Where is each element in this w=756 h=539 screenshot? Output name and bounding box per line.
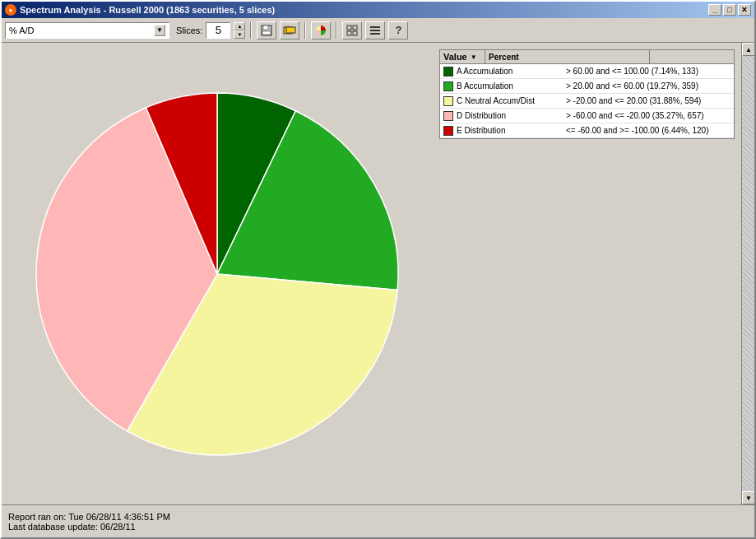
scrollbar-track[interactable] [742,56,754,491]
legend-row-b[interactable]: B Accumulation> 20.00 and <= 60.00 (19.2… [440,79,734,94]
svg-rect-5 [286,27,295,33]
legend-row-d[interactable]: D Distribution> -60.00 and <= -20.00 (35… [440,109,734,123]
legend-header-percent: Percent [485,50,650,63]
app-icon: ● [5,4,16,16]
svg-rect-1 [263,26,268,30]
legend-color-b [443,81,453,91]
svg-rect-8 [347,31,351,35]
legend-label-d: D Distribution [457,111,566,120]
title-buttons: _ □ ✕ [708,4,751,16]
pie-chart [20,77,415,472]
legend-row-a[interactable]: A Accumulation> 60.00 and <= 100.00 (7.1… [440,64,734,79]
close-button[interactable]: ✕ [738,4,751,16]
legend-value-e: <= -60.00 and >= -100.00 (6.44%, 120) [566,126,730,135]
open-button[interactable] [280,21,299,39]
last-update-text: Last database update: 06/28/11 [8,522,748,532]
report-ran-text: Report ran on: Tue 06/28/11 4:36:51 PM [8,512,748,522]
slices-label: Slices: [176,26,202,35]
scrollbar: ▲ ▼ [741,43,754,504]
main-window: ● Spectrum Analysis - Russell 2000 (1863… [0,0,756,539]
toolbar: % A/D ▼ Slices: ▲ ▼ [2,18,754,43]
legend-row-e[interactable]: E Distribution<= -60.00 and >= -100.00 (… [440,123,734,138]
legend-value-b: > 20.00 and <= 60.00 (19.27%, 359) [566,81,730,91]
legend-color-d [443,111,453,121]
dropdown-value: % A/D [9,26,35,35]
legend-header-value: Value ▼ [440,50,485,63]
legend-label-a: A Accumulation [457,67,566,76]
legend-color-c [443,96,453,106]
legend-color-a [443,67,453,77]
legend-header: Value ▼ Percent [440,50,734,64]
spinner-up-button[interactable]: ▲ [234,22,245,30]
separator-2 [304,22,306,39]
save-button[interactable] [257,21,276,39]
help-button[interactable]: ? [388,21,408,39]
pie-chart-button[interactable] [311,21,331,39]
window-title: Spectrum Analysis - Russell 2000 (1863 s… [20,5,275,15]
legend-row-c[interactable]: C Neutral Accum/Dist> -20.00 and <= 20.0… [440,94,734,109]
legend-table: Value ▼ Percent A Accumulation> 60.00 an… [439,49,735,139]
slices-input[interactable] [206,22,230,39]
maximize-button[interactable]: □ [723,4,736,16]
content-area: Value ▼ Percent A Accumulation> 60.00 an… [2,43,754,504]
title-bar: ● Spectrum Analysis - Russell 2000 (1863… [2,2,754,18]
legend-area: Value ▼ Percent A Accumulation> 60.00 an… [433,43,741,504]
slices-spinner: ▲ ▼ [234,22,245,39]
grid-button[interactable] [342,21,362,39]
title-bar-left: ● Spectrum Analysis - Russell 2000 (1863… [5,4,275,16]
minimize-button[interactable]: _ [708,4,721,16]
legend-value-c: > -20.00 and <= 20.00 (31.88%, 594) [566,96,730,105]
svg-rect-2 [262,31,271,35]
separator-1 [250,22,252,39]
legend-rows: A Accumulation> 60.00 and <= 100.00 (7.1… [440,64,734,138]
scroll-up-button[interactable]: ▲ [742,43,754,56]
svg-rect-7 [353,26,357,30]
status-bar: Report ran on: Tue 06/28/11 4:36:51 PM L… [2,504,754,537]
svg-rect-9 [353,31,357,35]
legend-color-e [443,126,453,136]
spinner-down-button[interactable]: ▼ [234,30,245,39]
chart-and-legend: Value ▼ Percent A Accumulation> 60.00 an… [2,43,741,504]
svg-rect-12 [370,33,380,35]
legend-label-e: E Distribution [457,126,566,135]
legend-value-d: > -60.00 and <= -20.00 (35.27%, 657) [566,111,730,120]
chart-area [2,43,433,504]
legend-value-a: > 60.00 and <= 100.00 (7.14%, 133) [566,67,730,76]
dropdown-arrow-icon[interactable]: ▼ [154,25,165,36]
legend-label-b: B Accumulation [457,81,566,91]
indicator-dropdown[interactable]: % A/D ▼ [5,22,169,39]
svg-rect-6 [347,26,351,30]
list-button[interactable] [365,21,385,39]
sort-icon-value[interactable]: ▼ [471,53,477,61]
scroll-down-button[interactable]: ▼ [742,491,754,504]
pie-svg [20,77,415,472]
svg-rect-10 [370,26,380,28]
legend-label-c: C Neutral Accum/Dist [457,96,566,105]
svg-rect-11 [370,30,380,31]
separator-3 [336,22,337,39]
